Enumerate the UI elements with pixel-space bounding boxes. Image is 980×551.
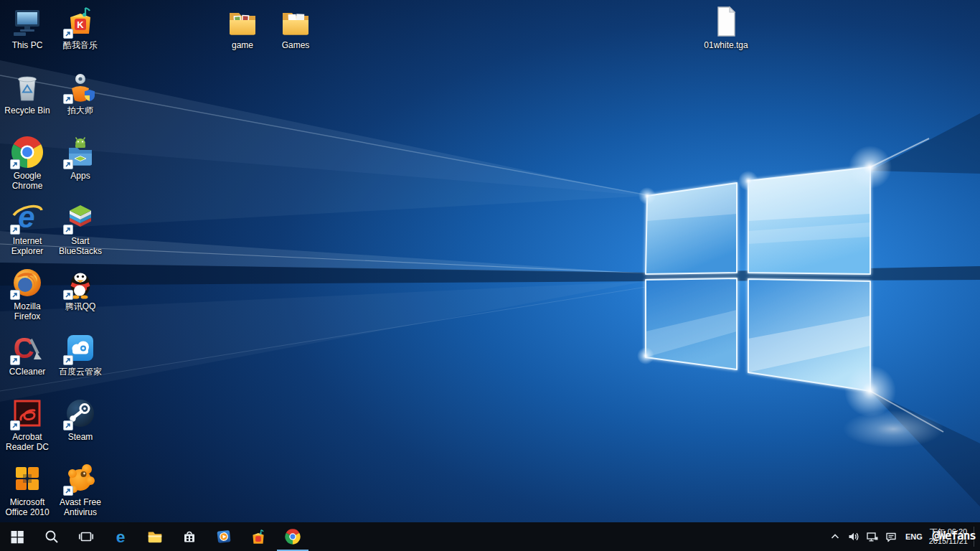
chevron-up-icon bbox=[829, 530, 842, 543]
taskbar-chrome-button[interactable] bbox=[275, 522, 310, 551]
desktop-icon-label: Google Chrome bbox=[1, 171, 53, 191]
show-desktop-button[interactable] bbox=[974, 522, 980, 551]
desktop-icon-mozilla-firefox[interactable]: Mozilla Firefox bbox=[1, 265, 53, 321]
recycle-bin-icon bbox=[10, 70, 44, 104]
desktop-icon-internet-explorer[interactable]: e Internet Explorer bbox=[1, 200, 53, 256]
desktop-icon-label: 酷我音乐 bbox=[55, 40, 106, 50]
avast-icon bbox=[63, 461, 98, 496]
tray-network-button[interactable] bbox=[863, 522, 882, 551]
desktop-icon-start-bluestacks[interactable]: Start BlueStacks bbox=[55, 200, 106, 256]
desktop-icon-label: Apps bbox=[55, 171, 106, 181]
ccleaner-icon: C bbox=[10, 331, 44, 365]
shortcut-arrow-badge bbox=[63, 225, 73, 235]
tray-action-center-button[interactable] bbox=[882, 522, 900, 551]
desktop[interactable]: This PC Recycle Bin bbox=[0, 0, 980, 522]
desktop-icon-steam[interactable]: Steam bbox=[55, 396, 106, 442]
shortcut-arrow-badge bbox=[63, 29, 73, 39]
system-tray: ENG 下午 06:20 2015/11/21 @Wefans bbox=[826, 522, 980, 551]
shortcut-arrow-badge bbox=[63, 290, 73, 300]
tray-volume-button[interactable] bbox=[844, 522, 863, 551]
shortcut-arrow-badge bbox=[10, 290, 20, 300]
acrobat-reader-icon bbox=[10, 396, 44, 430]
taskbar-file-explorer-button[interactable] bbox=[138, 522, 172, 551]
bluestacks-apps-folder-icon bbox=[63, 135, 98, 169]
windows-logo-icon bbox=[9, 529, 25, 545]
edge-icon: e bbox=[112, 528, 129, 545]
baidu-cloud-icon bbox=[63, 331, 98, 365]
desktop-icon-bluestacks-apps[interactable]: Apps bbox=[55, 135, 106, 181]
paidashi-icon bbox=[63, 70, 98, 104]
desktop-icon-google-chrome[interactable]: Google Chrome bbox=[1, 135, 53, 191]
svg-text:e: e bbox=[116, 528, 126, 545]
desktop-icon-tencent-qq[interactable]: 腾讯QQ bbox=[55, 265, 106, 311]
start-button[interactable] bbox=[0, 522, 34, 551]
bluestacks-icon bbox=[63, 200, 98, 235]
microsoft-office-icon bbox=[10, 461, 44, 496]
taskbar: e bbox=[0, 522, 980, 551]
clock-date: 2015/11/21 bbox=[929, 537, 968, 546]
shortcut-arrow-badge bbox=[63, 486, 73, 496]
store-icon bbox=[182, 529, 197, 545]
desktop-icon-baidu-cloud[interactable]: 百度云管家 bbox=[55, 331, 106, 377]
desktop-icon-tga-file[interactable]: 01white.tga bbox=[700, 4, 752, 50]
desktop-icon-game-folder[interactable]: game bbox=[217, 4, 268, 50]
taskbar-media-player-button[interactable] bbox=[207, 522, 241, 551]
windows-hero-wallpaper bbox=[0, 0, 980, 522]
desktop-icon-microsoft-office[interactable]: Microsoft Office 2010 bbox=[1, 461, 53, 517]
desktop-icon-label: Recycle Bin bbox=[1, 105, 53, 116]
media-player-icon bbox=[215, 528, 232, 545]
network-icon bbox=[866, 530, 879, 543]
qq-penguin-icon bbox=[63, 265, 98, 300]
svg-text:K: K bbox=[77, 19, 84, 30]
speaker-icon bbox=[847, 530, 860, 543]
desktop-icon-label: Mozilla Firefox bbox=[1, 301, 53, 321]
kuwo-music-icon bbox=[250, 528, 267, 545]
steam-icon bbox=[63, 396, 98, 430]
desktop-icon-games-folder[interactable]: Games bbox=[270, 4, 321, 50]
taskbar-kuwo-music-button[interactable] bbox=[241, 522, 275, 551]
shortcut-arrow-badge bbox=[10, 355, 20, 365]
windows-desktop-screen: This PC Recycle Bin bbox=[0, 0, 980, 551]
shortcut-arrow-badge bbox=[63, 355, 73, 365]
internet-explorer-icon: e bbox=[10, 200, 44, 235]
blank-file-icon bbox=[709, 4, 743, 39]
taskbar-edge-button[interactable]: e bbox=[103, 522, 138, 551]
shortcut-arrow-badge bbox=[63, 159, 73, 169]
language-indicator[interactable]: ENG bbox=[900, 532, 928, 541]
desktop-icon-recycle-bin[interactable]: Recycle Bin bbox=[1, 70, 53, 116]
desktop-icon-label: 拍大师 bbox=[55, 105, 106, 116]
chrome-icon bbox=[283, 527, 302, 546]
desktop-icon-label: Microsoft Office 2010 bbox=[1, 497, 53, 517]
folder-with-documents-icon bbox=[278, 4, 313, 39]
desktop-icon-acrobat-reader[interactable]: Acrobat Reader DC bbox=[1, 396, 53, 452]
desktop-icon-label: Acrobat Reader DC bbox=[1, 432, 53, 452]
task-view-icon bbox=[78, 529, 94, 545]
tray-chevron-button[interactable] bbox=[826, 522, 844, 551]
desktop-icon-label: This PC bbox=[1, 40, 53, 50]
search-icon bbox=[44, 529, 60, 545]
firefox-icon bbox=[10, 265, 44, 300]
desktop-icon-this-pc[interactable]: This PC bbox=[1, 4, 53, 50]
desktop-icon-label: CCleaner bbox=[1, 367, 53, 377]
action-center-icon bbox=[885, 530, 897, 543]
taskbar-clock[interactable]: 下午 06:20 2015/11/21 bbox=[928, 527, 974, 546]
desktop-icon-ccleaner[interactable]: C CCleaner bbox=[1, 331, 53, 377]
desktop-icon-label: 01white.tga bbox=[700, 40, 752, 50]
clock-time: 下午 06:20 bbox=[929, 527, 968, 537]
shortcut-arrow-badge bbox=[63, 420, 73, 430]
desktop-icon-label: Start BlueStacks bbox=[55, 236, 106, 256]
task-view-button[interactable] bbox=[69, 522, 103, 551]
desktop-icon-label: Steam bbox=[55, 432, 106, 442]
kuwo-music-icon: K bbox=[63, 4, 98, 39]
desktop-icon-paidashi[interactable]: 拍大师 bbox=[55, 70, 106, 116]
folder-with-media-icon bbox=[225, 4, 260, 39]
desktop-icon-label: Games bbox=[270, 40, 321, 50]
taskbar-store-button[interactable] bbox=[172, 522, 207, 551]
desktop-icon-label: 腾讯QQ bbox=[55, 301, 106, 311]
this-pc-icon bbox=[10, 4, 44, 39]
desktop-icon-kuwo-music[interactable]: K 酷我音乐 bbox=[55, 4, 106, 50]
search-button[interactable] bbox=[34, 522, 69, 551]
desktop-icon-label: game bbox=[217, 40, 268, 50]
desktop-icon-avast[interactable]: Avast Free Antivirus bbox=[55, 461, 106, 517]
shortcut-arrow-badge bbox=[10, 420, 20, 430]
